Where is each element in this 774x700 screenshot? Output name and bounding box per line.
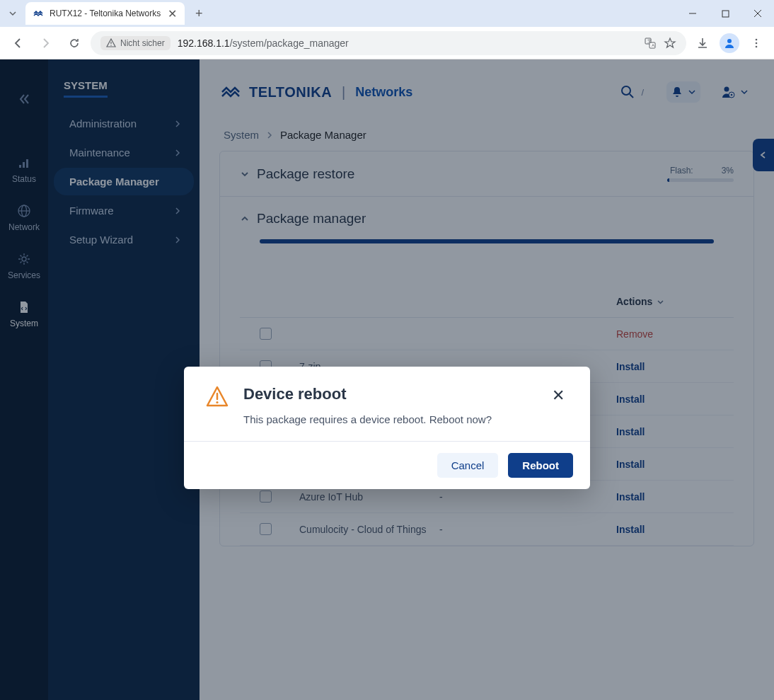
tab-title: RUTX12 - Teltonika Networks [50,8,161,18]
security-label: Nicht sicher [120,38,165,48]
modal-text: This package requires a device reboot. R… [243,413,533,425]
new-tab-button[interactable]: + [189,4,209,23]
svg-text:A: A [652,43,654,47]
modal-overlay[interactable]: Device reboot This package requires a de… [0,59,774,700]
url-text: 192.168.1.1/system/package_manager [178,38,349,49]
tab-favicon-icon [33,8,44,19]
svg-text:文: 文 [647,38,652,43]
window-close-button[interactable] [741,2,774,25]
svg-rect-1 [722,11,729,17]
svg-point-10 [756,42,758,44]
reboot-modal: Device reboot This package requires a de… [184,367,590,489]
svg-point-3 [110,45,111,45]
address-bar[interactable]: Nicht sicher 192.168.1.1/system/package_… [91,31,686,55]
nav-reload-button[interactable] [62,31,86,55]
profile-button[interactable] [717,31,741,55]
cancel-button[interactable]: Cancel [437,453,499,478]
warning-icon [106,38,116,48]
window-maximize-button[interactable] [709,2,741,25]
svg-point-9 [756,38,758,40]
browser-chrome: RUTX12 - Teltonika Networks ✕ + Nicht si… [0,0,774,59]
nav-forward-button[interactable] [34,31,58,55]
svg-point-8 [727,39,732,43]
nav-back-button[interactable] [6,31,30,55]
tab-close-icon[interactable]: ✕ [166,8,178,19]
svg-point-25 [216,401,218,403]
modal-close-button[interactable]: ✕ [548,385,569,406]
browser-menu-icon[interactable] [744,31,768,55]
tab-list-dropdown[interactable] [4,5,21,22]
warning-icon [205,385,229,425]
window-minimize-button[interactable] [676,2,709,25]
bookmark-icon[interactable] [664,37,676,50]
svg-point-11 [756,45,758,47]
downloads-icon[interactable] [691,31,715,55]
modal-title: Device reboot [243,385,533,403]
security-chip[interactable]: Nicht sicher [100,36,171,50]
browser-tab[interactable]: RUTX12 - Teltonika Networks ✕ [25,2,185,25]
translate-icon[interactable]: 文A [644,37,657,50]
reboot-button[interactable]: Reboot [508,453,573,478]
